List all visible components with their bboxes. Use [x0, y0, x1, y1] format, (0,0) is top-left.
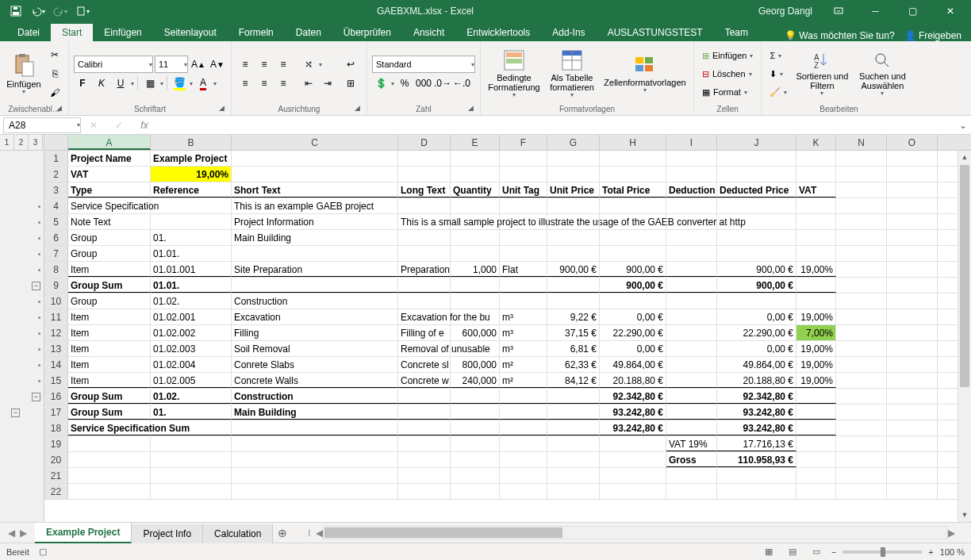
cell-F13[interactable]: m³: [500, 341, 547, 356]
cell-J16[interactable]: 92.342,80 €: [717, 389, 796, 404]
cell-C12[interactable]: Filling: [232, 325, 398, 340]
cell-O8[interactable]: [887, 262, 938, 277]
row-header-6[interactable]: 6: [44, 230, 68, 245]
cell-B1[interactable]: Example Project: [151, 151, 232, 166]
cell-C10[interactable]: Construction: [232, 293, 398, 309]
cell-D17[interactable]: [398, 405, 451, 420]
cell-E20[interactable]: [451, 452, 500, 467]
cell-E19[interactable]: [451, 436, 500, 451]
cell-G22[interactable]: [547, 484, 600, 499]
cell-D12[interactable]: Filling of e: [398, 325, 451, 340]
ribbon-options-icon[interactable]: [820, 0, 856, 22]
scroll-left-icon[interactable]: ◀: [316, 527, 323, 539]
cell-J9[interactable]: 900,00 €: [717, 278, 796, 293]
cell-G9[interactable]: [547, 278, 600, 293]
wrap-text-icon[interactable]: ↩: [340, 56, 362, 73]
scroll-right-icon[interactable]: ▶: [948, 527, 955, 539]
column-header-N[interactable]: N: [836, 135, 887, 150]
cell-C14[interactable]: Conrete Slabs: [232, 357, 398, 372]
column-header-K[interactable]: K: [796, 135, 836, 150]
cell-N10[interactable]: [836, 293, 887, 309]
increase-decimal-icon[interactable]: .0→: [434, 75, 451, 92]
cell-K7[interactable]: [796, 246, 836, 261]
cell-F19[interactable]: [500, 436, 547, 451]
cell-C7[interactable]: [232, 246, 398, 261]
cell-A3[interactable]: Type: [68, 182, 151, 198]
cell-D7[interactable]: [398, 246, 451, 261]
cell-I4[interactable]: [666, 198, 717, 213]
cell-H22[interactable]: [600, 484, 666, 499]
page-layout-view-icon[interactable]: ▤: [784, 545, 801, 559]
cell-E1[interactable]: [451, 151, 500, 166]
cell-H15[interactable]: 20.188,80 €: [600, 373, 666, 388]
column-header-G[interactable]: G: [547, 135, 600, 150]
cell-I19[interactable]: VAT 19%: [666, 436, 717, 451]
cell-E3[interactable]: Quantity: [451, 182, 500, 198]
cell-A1[interactable]: Project Name: [68, 151, 151, 166]
cell-G1[interactable]: [547, 151, 600, 166]
cell-A21[interactable]: [68, 468, 151, 483]
cell-B6[interactable]: 01.: [151, 230, 232, 245]
cell-N7[interactable]: [836, 246, 887, 261]
macro-record-icon[interactable]: ▢: [39, 547, 47, 557]
redo-icon[interactable]: ▾: [51, 2, 70, 21]
save-icon[interactable]: [6, 2, 25, 21]
cell-J6[interactable]: [717, 230, 796, 245]
cell-N11[interactable]: [836, 309, 887, 324]
font-name-combo[interactable]: Calibri▾: [74, 56, 153, 73]
cell-K17[interactable]: [796, 405, 836, 420]
cell-K13[interactable]: 19,00%: [796, 341, 836, 356]
cell-G5[interactable]: [547, 214, 600, 229]
cell-G17[interactable]: [547, 405, 600, 420]
cell-O22[interactable]: [887, 484, 938, 499]
cell-H14[interactable]: 49.864,00 €: [600, 357, 666, 372]
cell-N15[interactable]: [836, 373, 887, 388]
cell-C15[interactable]: Concrete Walls: [232, 373, 398, 388]
cell-J8[interactable]: 900,00 €: [717, 262, 796, 277]
cell-J15[interactable]: 20.188,80 €: [717, 373, 796, 388]
cell-N12[interactable]: [836, 325, 887, 340]
cell-styles-button[interactable]: Zellenformatvorlagen▾: [601, 44, 689, 103]
cell-J10[interactable]: [717, 293, 796, 309]
cell-H11[interactable]: 0,00 €: [600, 309, 666, 324]
cell-I2[interactable]: [666, 167, 717, 182]
cell-D6[interactable]: [398, 230, 451, 245]
cell-D10[interactable]: [398, 293, 451, 309]
cell-D13[interactable]: Removal of unusable: [398, 341, 451, 356]
cell-J12[interactable]: 22.290,00 €: [717, 325, 796, 340]
cut-icon[interactable]: ✂: [46, 46, 63, 63]
cell-C17[interactable]: Main Building: [232, 405, 398, 420]
cell-G13[interactable]: 6,81 €: [547, 341, 600, 356]
cell-N17[interactable]: [836, 405, 887, 420]
cell-N13[interactable]: [836, 341, 887, 356]
sheet-nav-prev-icon[interactable]: ◀: [8, 527, 15, 539]
cell-C1[interactable]: [232, 151, 398, 166]
cell-F12[interactable]: m³: [500, 325, 547, 340]
cell-F20[interactable]: [500, 452, 547, 467]
ribbon-tab-team[interactable]: Team: [714, 24, 759, 41]
cell-N16[interactable]: [836, 389, 887, 404]
cell-F5[interactable]: [500, 214, 547, 229]
cell-H1[interactable]: [600, 151, 666, 166]
cell-K22[interactable]: [796, 484, 836, 499]
cell-B17[interactable]: 01.: [151, 405, 232, 420]
row-header-20[interactable]: 20: [44, 452, 68, 467]
cell-I22[interactable]: [666, 484, 717, 499]
cell-J22[interactable]: [717, 484, 796, 499]
cell-G2[interactable]: [547, 167, 600, 182]
add-sheet-button[interactable]: ⊕: [273, 527, 292, 539]
cell-F17[interactable]: [500, 405, 547, 420]
cell-E16[interactable]: [451, 389, 500, 404]
cell-C6[interactable]: Main Building: [232, 230, 398, 245]
zoom-slider[interactable]: [842, 550, 922, 554]
outline-level-2[interactable]: 2: [14, 135, 29, 150]
row-header-12[interactable]: 12: [44, 325, 68, 340]
number-format-combo[interactable]: Standard▾: [372, 56, 475, 73]
cell-E2[interactable]: [451, 167, 500, 182]
cell-K21[interactable]: [796, 468, 836, 483]
bold-icon[interactable]: F: [74, 75, 91, 92]
cell-A6[interactable]: Group: [68, 230, 151, 245]
cell-K15[interactable]: 19,00%: [796, 373, 836, 388]
cell-B15[interactable]: 01.02.005: [151, 373, 232, 388]
cell-C20[interactable]: [232, 452, 398, 467]
